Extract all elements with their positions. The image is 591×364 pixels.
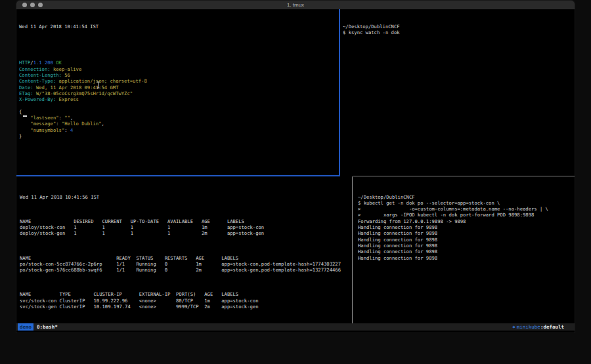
window-titlebar[interactable]: 1. tmux: [16, 1, 575, 10]
kube-namespace-label: :default: [540, 323, 564, 331]
pane-http-response[interactable]: Wed 11 Apr 2018 10:41:54 IST HTTP/1.1 20…: [18, 9, 338, 175]
terminal-cursor: [23, 115, 27, 117]
timestamp-line: Wed 11 Apr 2018 10:41:56 IST: [20, 194, 352, 200]
tmux-status-bar: demo 0:bash* ⎈ minikube :default: [16, 323, 575, 331]
pane-ksync[interactable]: ~/Desktop/DublinCNCF $ ksync watch -n do…: [341, 9, 575, 175]
ksync-command-output: ~/Desktop/DublinCNCF $ ksync watch -n do…: [343, 24, 575, 36]
pods-table: NAME READY STATUS RESTARTS AGE LABELS po…: [20, 255, 352, 273]
pane-port-forward[interactable]: ~/Desktop/DublinCNCF $ kubectl get -n do…: [353, 177, 575, 323]
pane-border-horizontal[interactable]: [353, 176, 575, 176]
pane-border-vertical[interactable]: [352, 176, 353, 323]
window-title: 1. tmux: [16, 2, 575, 8]
deployments-table: NAME DESIRED CURRENT UP-TO-DATE AVAILABL…: [20, 218, 352, 237]
pane-kubectl-get[interactable]: Wed 11 Apr 2018 10:41:56 IST NAME DESIRE…: [18, 177, 352, 323]
window-tab-bash[interactable]: 0:bash*: [37, 323, 58, 331]
timestamp-line: Wed 11 Apr 2018 10:41:54 IST: [19, 24, 338, 30]
services-table: NAME TYPE CLUSTER-IP EXTERNAL-IP PORT(S)…: [20, 291, 352, 310]
kubernetes-helm-icon: ⎈: [512, 323, 515, 331]
http-response-output: HTTP/1.1 200 OKConnection: keep-aliveCon…: [19, 60, 338, 139]
terminal-window: 1. tmux Wed 11 Apr 2018 10:41:54 IST HTT…: [16, 1, 575, 333]
blank-line: [19, 41, 338, 47]
session-name-badge: demo: [18, 323, 33, 331]
port-forward-output: ~/Desktop/DublinCNCF $ kubectl get -n do…: [358, 194, 575, 261]
mouse-text-cursor-icon: [96, 81, 100, 89]
kube-context-label: minikube: [517, 323, 540, 331]
active-pane-border-horizontal[interactable]: [16, 175, 340, 176]
active-pane-border-vertical[interactable]: [339, 9, 340, 176]
